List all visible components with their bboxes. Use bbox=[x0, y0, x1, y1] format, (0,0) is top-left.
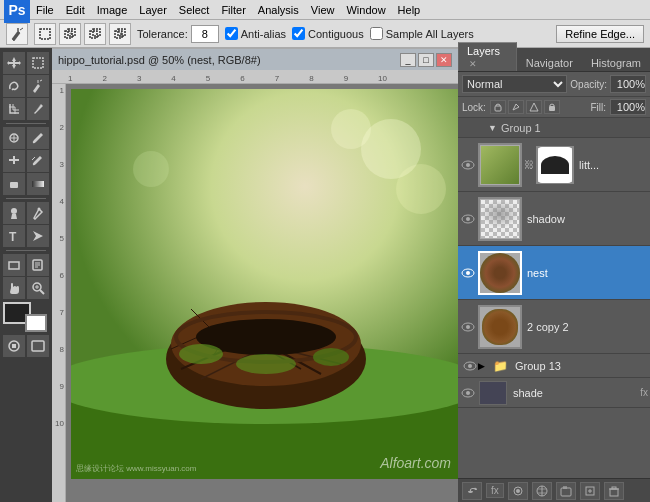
layer-row-shadow[interactable]: shadow bbox=[458, 192, 650, 246]
menu-edit[interactable]: Edit bbox=[60, 4, 91, 16]
menu-view[interactable]: View bbox=[305, 4, 341, 16]
crop-tool[interactable] bbox=[3, 98, 25, 120]
menu-window[interactable]: Window bbox=[340, 4, 391, 16]
shape-tool[interactable] bbox=[3, 254, 25, 276]
layer-row-nest[interactable]: nest bbox=[458, 246, 650, 300]
path-select-tool[interactable] bbox=[27, 225, 49, 247]
contiguous-label: Contiguous bbox=[308, 28, 364, 40]
menu-filter[interactable]: Filter bbox=[215, 4, 251, 16]
group13-chevron: ▶ bbox=[478, 361, 485, 371]
layer-thumb-litter bbox=[478, 143, 522, 187]
zoom-tool[interactable] bbox=[27, 277, 49, 299]
background-color[interactable] bbox=[25, 314, 47, 332]
gradient-tool[interactable] bbox=[27, 173, 49, 195]
ruler-vertical: 1 2 3 4 5 6 7 8 9 10 bbox=[52, 84, 66, 502]
layer-thumb-copy2 bbox=[478, 305, 522, 349]
menu-select[interactable]: Select bbox=[173, 4, 216, 16]
svg-point-20 bbox=[38, 208, 41, 211]
layer-visibility-copy2[interactable] bbox=[460, 300, 476, 354]
group13-row[interactable]: ▶ 📁 Group 13 bbox=[458, 354, 650, 378]
canvas-image-area: 思缘设计论坛 www.missyuan.com Alfoart.com bbox=[66, 84, 458, 502]
quick-mask-btn[interactable] bbox=[3, 335, 25, 357]
svg-point-37 bbox=[396, 164, 446, 214]
menu-help[interactable]: Help bbox=[392, 4, 427, 16]
menu-image[interactable]: Image bbox=[91, 4, 134, 16]
brush-tool[interactable] bbox=[27, 127, 49, 149]
tool-row-6 bbox=[3, 173, 49, 195]
lock-transparency-btn[interactable] bbox=[490, 100, 506, 114]
intersect-selection-btn[interactable]: x bbox=[109, 23, 131, 45]
blend-mode-select[interactable]: Normal bbox=[462, 75, 567, 93]
minimize-btn[interactable]: _ bbox=[400, 53, 416, 67]
fill-label: Fill: bbox=[590, 102, 606, 113]
tool-row-3 bbox=[3, 98, 49, 120]
history-brush-tool[interactable] bbox=[27, 150, 49, 172]
options-bar: + x Tolerance: Anti-alias Contiguous bbox=[0, 20, 650, 48]
svg-rect-33 bbox=[32, 341, 44, 351]
lock-position-btn[interactable] bbox=[526, 100, 542, 114]
main-area: T bbox=[0, 48, 650, 502]
layer-row-litter[interactable]: ⛓ litt... bbox=[458, 138, 650, 192]
tool-row-9 bbox=[3, 254, 49, 276]
layer-name-litter: litt... bbox=[576, 159, 648, 171]
group1-header[interactable]: ▼ Group 1 bbox=[458, 118, 650, 138]
contiguous-checkbox[interactable] bbox=[292, 27, 305, 40]
new-selection-btn[interactable] bbox=[34, 23, 56, 45]
sample-all-checkbox[interactable] bbox=[370, 27, 383, 40]
tab-navigator[interactable]: Navigator bbox=[517, 54, 582, 71]
layer-visibility-nest[interactable] bbox=[460, 246, 476, 300]
move-tool[interactable] bbox=[3, 52, 25, 74]
healing-tool[interactable] bbox=[3, 127, 25, 149]
opacity-input[interactable] bbox=[610, 75, 646, 93]
tool-row-7 bbox=[3, 202, 49, 224]
layer-visibility-shadow[interactable] bbox=[460, 192, 476, 246]
marquee-tool[interactable] bbox=[27, 52, 49, 74]
menu-layer[interactable]: Layer bbox=[133, 4, 173, 16]
clone-stamp-tool[interactable] bbox=[3, 150, 25, 172]
layer-row-copy2[interactable]: 2 copy 2 bbox=[458, 300, 650, 354]
magic-wand-tool[interactable] bbox=[27, 75, 49, 97]
notes-tool[interactable] bbox=[27, 254, 49, 276]
lock-all-btn[interactable] bbox=[544, 100, 560, 114]
fill-input[interactable] bbox=[610, 99, 646, 115]
adjustment-layer-btn[interactable] bbox=[532, 482, 552, 500]
svg-point-72 bbox=[516, 489, 520, 493]
eyedropper-tool[interactable] bbox=[27, 98, 49, 120]
maximize-btn[interactable]: □ bbox=[418, 53, 434, 67]
add-selection-btn[interactable]: + bbox=[59, 23, 81, 45]
refine-edge-button[interactable]: Refine Edge... bbox=[556, 25, 644, 43]
layer-visibility-litter[interactable] bbox=[460, 138, 476, 192]
color-swatches[interactable] bbox=[3, 302, 49, 332]
lock-image-btn[interactable] bbox=[508, 100, 524, 114]
tool-options-icon[interactable] bbox=[6, 23, 28, 45]
group-layers-btn[interactable] bbox=[556, 482, 576, 500]
pen-tool[interactable] bbox=[27, 202, 49, 224]
new-layer-btn[interactable] bbox=[580, 482, 600, 500]
subtract-selection-btn[interactable] bbox=[84, 23, 106, 45]
svg-point-56 bbox=[236, 354, 296, 374]
eraser-tool[interactable] bbox=[3, 173, 25, 195]
tab-histogram[interactable]: Histogram bbox=[582, 54, 650, 71]
type-tool[interactable]: T bbox=[3, 225, 25, 247]
tab-layers[interactable]: Layers ✕ bbox=[458, 42, 517, 71]
link-layers-btn[interactable] bbox=[462, 482, 482, 500]
fx-effects-btn[interactable]: fx bbox=[486, 483, 504, 498]
separator-2 bbox=[6, 198, 46, 199]
svg-point-19 bbox=[11, 208, 17, 214]
delete-layer-btn[interactable] bbox=[604, 482, 624, 500]
add-mask-btn[interactable] bbox=[508, 482, 528, 500]
layer-row-shade[interactable]: shade fx bbox=[458, 378, 650, 408]
close-btn[interactable]: ✕ bbox=[436, 53, 452, 67]
tolerance-input[interactable] bbox=[191, 25, 219, 43]
menu-file[interactable]: File bbox=[30, 4, 60, 16]
layers-tab-close[interactable]: ✕ bbox=[469, 59, 477, 69]
hand-tool[interactable] bbox=[3, 277, 25, 299]
lasso-tool[interactable] bbox=[3, 75, 25, 97]
screen-mode-btn[interactable] bbox=[27, 335, 49, 357]
dodge-tool[interactable] bbox=[3, 202, 25, 224]
anti-alias-checkbox[interactable] bbox=[225, 27, 238, 40]
panel-bottom: fx bbox=[458, 478, 650, 502]
menu-analysis[interactable]: Analysis bbox=[252, 4, 305, 16]
layer-visibility-shade[interactable] bbox=[460, 366, 476, 420]
layer-name-shadow: shadow bbox=[524, 213, 648, 225]
